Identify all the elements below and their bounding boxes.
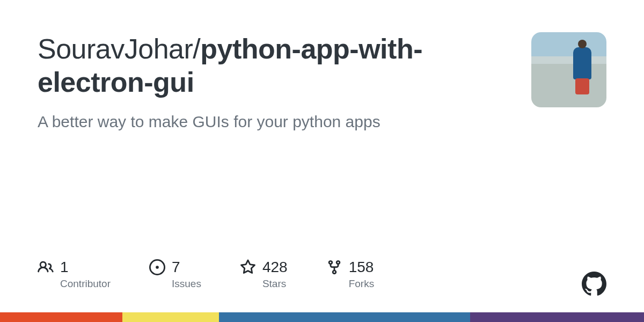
people-icon (38, 259, 54, 275)
repo-slash: / (193, 33, 200, 64)
stat-contributors[interactable]: 1 Contributor (38, 259, 111, 290)
avatar[interactable] (531, 32, 606, 107)
stat-stars-label: Stars (262, 278, 286, 290)
stat-forks-label: Forks (349, 278, 375, 290)
issue-icon (149, 259, 165, 275)
language-segment (122, 312, 219, 322)
language-segment (219, 312, 470, 322)
github-logo-icon[interactable] (582, 272, 606, 296)
stat-issues-label: Issues (172, 278, 201, 290)
stat-stars-count: 428 (262, 259, 288, 276)
repo-description: A better way to make GUIs for your pytho… (38, 111, 510, 133)
stat-issues[interactable]: 7 Issues (149, 259, 201, 290)
stat-contributors-count: 1 (60, 259, 69, 276)
repo-owner[interactable]: SouravJohar (38, 33, 193, 64)
stat-contributors-label: Contributor (60, 278, 111, 290)
language-segment (0, 312, 122, 322)
stats-row: 1 Contributor 7 Issues 428 Stars 158 For… (38, 259, 606, 290)
stat-forks[interactable]: 158 Forks (326, 259, 375, 290)
stat-forks-count: 158 (349, 259, 374, 276)
language-bar (0, 312, 644, 322)
stat-issues-count: 7 (172, 259, 180, 276)
repo-title: SouravJohar/python-app-with-electron-gui (38, 32, 510, 99)
fork-icon (326, 259, 342, 275)
language-segment (470, 312, 644, 322)
stat-stars[interactable]: 428 Stars (240, 259, 288, 290)
star-icon (240, 259, 256, 275)
